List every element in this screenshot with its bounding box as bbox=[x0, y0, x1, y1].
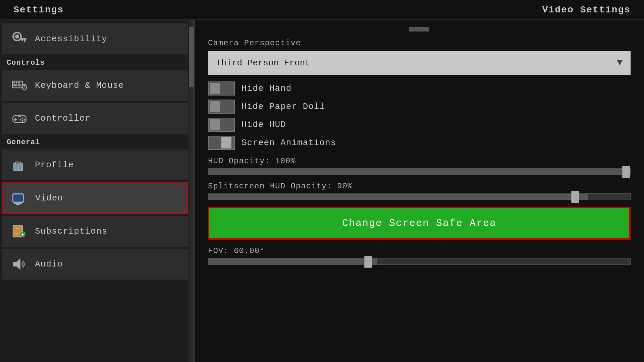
controls-section-header: Controls bbox=[0, 55, 194, 69]
screen-animations-toggle[interactable] bbox=[208, 136, 235, 150]
screen-animations-label: Screen Animations bbox=[241, 138, 336, 148]
hud-opacity-label: HUD Opacity: 100% bbox=[208, 157, 631, 166]
svg-rect-20 bbox=[18, 116, 21, 117]
content-area: Camera Perspective Third Person Front ▼ … bbox=[195, 20, 644, 362]
svg-rect-7 bbox=[16, 82, 17, 83]
sidebar: Accessibility Controls Key bbox=[0, 20, 195, 362]
hide-hand-row: Hide Hand bbox=[208, 81, 631, 96]
fov-thumb[interactable] bbox=[364, 256, 372, 268]
hide-paper-doll-toggle-thumb bbox=[210, 101, 220, 112]
screen-animations-row: Screen Animations bbox=[208, 136, 631, 150]
hide-hud-toggle-thumb bbox=[210, 119, 220, 130]
general-section-header: General bbox=[0, 135, 194, 148]
hide-hand-toggle-thumb bbox=[210, 83, 220, 94]
screen-animations-toggle-thumb bbox=[221, 137, 231, 148]
svg-point-16 bbox=[22, 118, 23, 119]
splitscreen-hud-opacity-slider[interactable] bbox=[208, 193, 631, 200]
svg-rect-9 bbox=[13, 84, 17, 86]
svg-rect-28 bbox=[15, 196, 21, 200]
sidebar-item-audio[interactable]: Audio bbox=[2, 249, 188, 280]
keyboard-icon bbox=[11, 77, 28, 94]
audio-icon bbox=[11, 255, 28, 273]
keyboard-mouse-label: Keyboard & Mouse bbox=[35, 80, 124, 90]
hide-hand-toggle[interactable] bbox=[208, 81, 235, 96]
controller-label: Controller bbox=[35, 113, 91, 123]
svg-rect-8 bbox=[18, 82, 20, 83]
settings-title: Settings bbox=[13, 5, 64, 15]
profile-label: Profile bbox=[35, 160, 74, 170]
hide-paper-doll-row: Hide Paper Doll bbox=[208, 100, 631, 114]
main-layout: Accessibility Controls Key bbox=[0, 20, 644, 362]
sidebar-item-keyboard-mouse[interactable]: Keyboard & Mouse bbox=[2, 70, 188, 101]
sidebar-item-profile[interactable]: Profile bbox=[2, 149, 188, 180]
subscriptions-label: Subscriptions bbox=[35, 226, 107, 236]
hud-opacity-fill bbox=[208, 169, 630, 175]
hide-hud-toggle[interactable] bbox=[208, 118, 235, 132]
accessibility-label: Accessibility bbox=[35, 34, 107, 44]
hud-opacity-thumb[interactable] bbox=[622, 166, 630, 178]
svg-rect-3 bbox=[24, 40, 25, 42]
sidebar-item-accessibility[interactable]: Accessibility bbox=[2, 23, 188, 54]
hide-hud-label: Hide HUD bbox=[241, 120, 286, 130]
video-label: Video bbox=[35, 193, 63, 203]
sidebar-scrollbar-thumb[interactable] bbox=[189, 27, 194, 87]
sidebar-item-video[interactable]: Video bbox=[2, 182, 188, 214]
hide-hand-label: Hide Hand bbox=[241, 83, 291, 94]
svg-rect-6 bbox=[13, 82, 15, 83]
video-icon bbox=[11, 189, 29, 207]
settings-header: Settings Video Settings bbox=[0, 0, 644, 20]
svg-point-19 bbox=[22, 120, 23, 122]
svg-rect-35 bbox=[13, 262, 16, 266]
svg-point-1 bbox=[15, 35, 19, 39]
hide-paper-doll-toggle[interactable] bbox=[208, 100, 235, 114]
fov-slider[interactable] bbox=[208, 258, 631, 265]
subscriptions-icon: + bbox=[11, 223, 28, 240]
camera-perspective-value: Third Person Front bbox=[216, 58, 310, 68]
scroll-top-indicator bbox=[409, 27, 429, 32]
svg-point-18 bbox=[20, 119, 21, 121]
audio-label: Audio bbox=[35, 259, 63, 269]
key-icon bbox=[11, 30, 28, 48]
svg-rect-15 bbox=[14, 119, 17, 120]
controller-icon bbox=[11, 110, 28, 127]
profile-icon bbox=[11, 156, 28, 174]
hud-opacity-slider[interactable] bbox=[208, 168, 631, 175]
change-screen-safe-area-button[interactable]: Change Screen Safe Area bbox=[208, 207, 631, 240]
svg-marker-36 bbox=[16, 258, 20, 270]
splitscreen-hud-opacity-label: Splitscreen HUD Opacity: 90% bbox=[208, 182, 631, 191]
svg-rect-2 bbox=[20, 38, 26, 40]
svg-point-17 bbox=[24, 119, 25, 121]
sidebar-item-subscriptions[interactable]: + Subscriptions bbox=[2, 216, 188, 247]
hide-hud-row: Hide HUD bbox=[208, 118, 631, 132]
fov-label: FOV: 60.00° bbox=[208, 246, 631, 255]
dropdown-arrow-icon: ▼ bbox=[617, 58, 623, 68]
hide-paper-doll-label: Hide Paper Doll bbox=[241, 102, 325, 112]
splitscreen-hud-opacity-thumb[interactable] bbox=[571, 191, 579, 203]
video-settings-title: Video Settings bbox=[542, 5, 631, 15]
svg-rect-26 bbox=[16, 204, 20, 205]
camera-perspective-dropdown[interactable]: Third Person Front ▼ bbox=[208, 51, 631, 75]
camera-perspective-label: Camera Perspective bbox=[208, 39, 631, 48]
svg-rect-25 bbox=[14, 202, 22, 204]
fov-fill bbox=[208, 258, 377, 264]
svg-text:+: + bbox=[21, 232, 24, 237]
svg-rect-4 bbox=[21, 40, 23, 41]
sidebar-item-controller[interactable]: Controller bbox=[2, 103, 188, 134]
svg-rect-10 bbox=[18, 84, 21, 86]
sidebar-scrollbar[interactable] bbox=[189, 20, 194, 362]
splitscreen-hud-opacity-fill bbox=[208, 194, 588, 200]
